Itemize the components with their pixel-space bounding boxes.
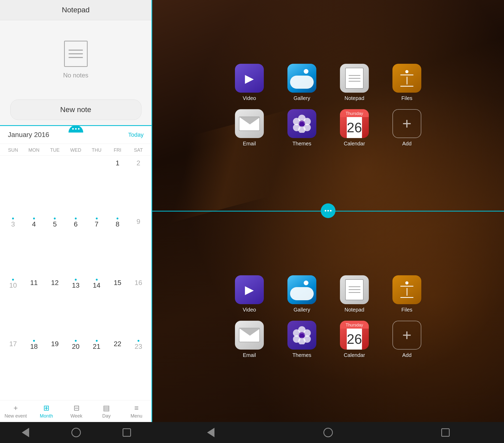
notepad-icon-img xyxy=(345,68,364,89)
menu-icon: ≡ xyxy=(134,404,139,412)
gallery-dot xyxy=(304,69,308,74)
svg-point-6 xyxy=(299,120,305,127)
new-note-button[interactable]: New note xyxy=(10,99,141,120)
cal-day-7[interactable]: 7 xyxy=(86,215,107,277)
cal-day-11[interactable]: 11 xyxy=(24,277,45,338)
app-files-top[interactable]: Files xyxy=(392,64,421,101)
recents-button-left[interactable] xyxy=(119,425,135,440)
cal-day-23[interactable]: 23 xyxy=(128,338,149,399)
notepad-icon-line-1 xyxy=(69,50,83,51)
menu-label: Menu xyxy=(130,413,142,419)
cal-day-22[interactable]: 22 xyxy=(107,338,128,399)
week-label: Week xyxy=(70,413,82,419)
gallery-label-top: Gallery xyxy=(293,95,310,101)
themes-label-bottom: Themes xyxy=(292,352,311,358)
app-calendar-top[interactable]: Thursday 26 Calendar xyxy=(340,109,369,147)
cal-icon-header: Thursday xyxy=(340,109,369,117)
files-icon-bottom xyxy=(392,275,421,304)
notepad-empty-icon xyxy=(64,41,88,67)
notepad-title-bar: Notepad xyxy=(0,0,151,20)
cal-day-13[interactable]: 13 xyxy=(65,277,86,338)
back-button-left[interactable] xyxy=(18,425,33,440)
month-label: Month xyxy=(40,413,53,419)
back-arrow-icon-left xyxy=(22,428,29,437)
app-gallery-top[interactable]: Gallery xyxy=(287,64,316,101)
back-arrow-icon-right xyxy=(207,428,214,437)
fab-dot-1 xyxy=(72,128,74,130)
calendar-icon: Thursday 26 xyxy=(340,109,369,138)
home-screen-bottom: Video Gallery xyxy=(152,212,504,422)
app-grid-bottom: Video Gallery xyxy=(228,275,428,358)
notepad-empty-area: No notes xyxy=(63,20,88,99)
new-event-label: New event xyxy=(4,413,27,419)
gallery-label-bottom: Gallery xyxy=(293,307,310,313)
files-icon-inner xyxy=(400,70,413,87)
notepad-icon-bottom xyxy=(340,275,369,304)
cal-nav-menu[interactable]: ≡ Menu xyxy=(126,404,147,419)
cal-day-21[interactable]: 21 xyxy=(86,338,107,399)
home-button-right[interactable] xyxy=(320,425,336,440)
day-label: Day xyxy=(102,413,111,419)
add-label-bottom: Add xyxy=(402,352,412,358)
themes-flower-svg xyxy=(293,114,311,133)
cal-nav-new-event[interactable]: + New event xyxy=(4,404,27,419)
calendar-app: January 2016 Today SUN MON TUE WED THU F… xyxy=(0,126,151,422)
cal-day-18[interactable]: 18 xyxy=(24,338,45,399)
add-icon-bottom: + xyxy=(392,321,421,350)
recents-button-right[interactable] xyxy=(438,425,453,440)
notepad-app-icon xyxy=(340,64,369,93)
app-email-top[interactable]: Email xyxy=(235,109,264,147)
cal-day-16[interactable]: 16 xyxy=(128,277,149,338)
weekday-sun: SUN xyxy=(3,146,24,154)
left-panel: Notepad No notes New note January 2016 xyxy=(0,0,152,422)
themes-flower-svg-bottom xyxy=(293,326,311,344)
cal-nav-day[interactable]: ▤ Day xyxy=(96,404,117,419)
app-notepad-bottom[interactable]: Notepad xyxy=(340,275,369,313)
recents-square-icon-right xyxy=(441,428,450,437)
weekday-wed: WED xyxy=(65,146,86,154)
app-add-top[interactable]: + Add xyxy=(392,109,421,147)
notepad-app: Notepad No notes New note xyxy=(0,0,151,126)
back-button-right[interactable] xyxy=(203,425,219,440)
email-icon-bottom xyxy=(235,321,264,350)
cal-day-2[interactable]: 2 xyxy=(128,157,149,215)
app-calendar-bottom[interactable]: Thursday 26 Calendar xyxy=(340,321,369,358)
cal-day-15[interactable]: 15 xyxy=(107,277,128,338)
app-video-bottom[interactable]: Video xyxy=(235,275,264,313)
week-icon: ⊟ xyxy=(74,404,80,412)
app-video-top[interactable]: Video xyxy=(235,64,264,101)
cal-day-14[interactable]: 14 xyxy=(86,277,107,338)
cal-day-1[interactable]: 1 xyxy=(107,157,128,215)
cal-day-9[interactable]: 9 xyxy=(128,215,149,277)
cal-day-19[interactable]: 19 xyxy=(44,338,65,399)
cal-day-20[interactable]: 20 xyxy=(65,338,86,399)
cal-day-17[interactable]: 17 xyxy=(3,338,24,399)
cal-day-6[interactable]: 6 xyxy=(65,215,86,277)
calendar-grid: 1 2 3 4 5 xyxy=(0,156,151,400)
cal-day-4[interactable]: 4 xyxy=(24,215,45,277)
email-icon xyxy=(235,109,264,138)
notepad-label-top: Notepad xyxy=(344,95,364,101)
app-add-bottom[interactable]: + Add xyxy=(392,321,421,358)
cal-day-5[interactable]: 5 xyxy=(44,215,65,277)
gallery-icon-inner xyxy=(287,64,316,93)
home-button-left[interactable] xyxy=(68,425,84,440)
calendar-today-button[interactable]: Today xyxy=(128,131,144,138)
app-notepad-top[interactable]: Notepad xyxy=(340,64,369,101)
app-themes-bottom[interactable]: Themes xyxy=(287,321,316,358)
app-files-bottom[interactable]: Files xyxy=(392,275,421,313)
app-themes-top[interactable]: Themes xyxy=(287,109,316,147)
cal-day-8[interactable]: 8 xyxy=(107,215,128,277)
day-icon: ▤ xyxy=(103,404,110,412)
themes-icon-bottom xyxy=(287,321,316,350)
app-gallery-bottom[interactable]: Gallery xyxy=(287,275,316,313)
themes-label-top: Themes xyxy=(292,141,311,147)
cal-day-12[interactable]: 12 xyxy=(44,277,65,338)
cal-day-10[interactable]: 10 xyxy=(3,277,24,338)
gallery-cloud xyxy=(290,76,314,89)
cal-day-3[interactable]: 3 xyxy=(3,215,24,277)
calendar-label-top: Calendar xyxy=(344,141,365,147)
app-email-bottom[interactable]: Email xyxy=(235,321,264,358)
cal-nav-month[interactable]: ⊞ Month xyxy=(36,404,57,419)
cal-nav-week[interactable]: ⊟ Week xyxy=(66,404,87,419)
